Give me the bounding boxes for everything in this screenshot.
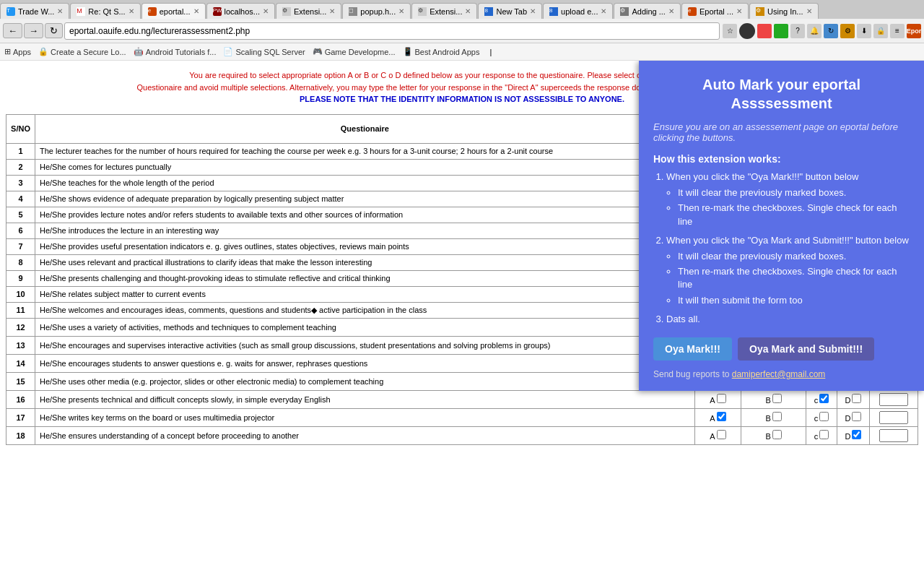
tab-close-trade[interactable]: ✕	[57, 7, 63, 15]
tab-close-pwa[interactable]: ✕	[263, 7, 269, 15]
popup-how-title: How this extension works:	[653, 153, 910, 165]
row-num: 13	[6, 336, 35, 354]
row-a-checkbox[interactable]	[717, 430, 726, 439]
row-question: He/She provides useful presentation indi…	[35, 238, 695, 254]
address-bar[interactable]	[64, 22, 720, 40]
tab-label-trade: Trade W...	[18, 7, 54, 16]
tab-gmail[interactable]: M Re: Qt S... ✕	[70, 3, 140, 19]
sync-icon[interactable]: ↻	[824, 24, 838, 38]
row-c-checkbox[interactable]	[819, 412, 829, 421]
bookmark-secure[interactable]: 🔒 Create a Secure Lo...	[38, 47, 126, 56]
ext-icon[interactable]: ⚙	[840, 24, 855, 38]
popup-step-1: When you click the "Oya Mark!!!" button …	[666, 171, 910, 228]
row-num: 12	[6, 318, 35, 336]
row-question: He/She encourages students to answer que…	[35, 354, 695, 372]
row-question: He/She encourages and supervises interac…	[35, 336, 695, 354]
row-d-checkbox[interactable]	[852, 412, 861, 421]
row-question: He/She uses other media (e.g. projector,…	[35, 372, 695, 390]
secure-icon: 🔒	[38, 47, 48, 56]
tab-close-ext2[interactable]: ✕	[465, 7, 471, 15]
tab-pwa[interactable]: PW localhos... ✕	[206, 3, 276, 19]
download-icon[interactable]: ⬇	[857, 24, 871, 38]
row-a-cell: A	[694, 426, 741, 444]
tab-label-eportal2: Eportal ...	[699, 7, 733, 16]
tab-close-upload[interactable]: ✕	[601, 7, 606, 15]
star-icon[interactable]: ☆	[723, 24, 737, 38]
row-c-checkbox[interactable]	[819, 430, 829, 439]
apps-icon: ⊞	[4, 47, 11, 56]
row-b-checkbox[interactable]	[772, 394, 782, 403]
row-num: 8	[6, 254, 35, 270]
nav-bar: ← → ↻ ☆ ? 🔔 ↻ ⚙ ⬇ 🔒 ≡ Epor	[0, 19, 924, 43]
row-num: 6	[6, 223, 35, 238]
bookmark-sql[interactable]: 📄 Scaling SQL Server	[223, 47, 305, 56]
tab-upload[interactable]: 8 upload e... ✕	[543, 3, 613, 19]
extension-popup: Auto Mark your eportal Assssessment Ensu…	[639, 61, 924, 391]
bookmark-android[interactable]: 🤖 Android Tutorials f...	[134, 47, 217, 56]
help-icon[interactable]: ?	[790, 24, 805, 38]
tab-eportal[interactable]: e eportal... ✕	[141, 3, 206, 19]
bookmark-game[interactable]: 🎮 Game Developme...	[313, 47, 396, 56]
nav-icons: ☆ ? 🔔 ↻ ⚙ ⬇ 🔒 ≡ Epor	[723, 23, 921, 39]
bookmark-apps[interactable]: ⊞ Apps	[4, 47, 31, 56]
forward-button[interactable]: →	[24, 23, 43, 38]
row-a-checkbox[interactable]	[717, 412, 726, 421]
row-b-checkbox[interactable]	[772, 430, 782, 439]
tab-close-popup[interactable]: ✕	[398, 7, 404, 15]
row-question: He/She relates subject matter to current…	[35, 286, 695, 302]
tab-close-eportal[interactable]: ✕	[193, 7, 199, 15]
tab-ext2[interactable]: ⚙ Extensi... ✕	[411, 3, 477, 19]
row-num: 15	[6, 372, 35, 390]
game-label: Game Developme...	[325, 48, 396, 56]
row-d-checkbox[interactable]	[852, 430, 861, 439]
row-c-checkbox[interactable]	[819, 394, 829, 403]
tab-adding[interactable]: ⚙ Adding ... ✕	[614, 3, 680, 19]
tab-close-ext1[interactable]: ✕	[329, 7, 335, 15]
tab-close-gmail[interactable]: ✕	[128, 7, 134, 15]
row-num: 10	[6, 286, 35, 302]
tab-label-new: New Tab	[496, 7, 527, 16]
profile-icon-2[interactable]	[757, 24, 772, 38]
tab-label-popup: popup.h...	[360, 7, 396, 16]
tab-close-new[interactable]: ✕	[530, 7, 536, 15]
bestapps-icon: 📱	[403, 47, 413, 56]
back-button[interactable]: ←	[3, 23, 22, 38]
col-header-question: Questionaire	[35, 114, 695, 143]
bookmark-bestapps[interactable]: 📱 Best Android Apps	[403, 47, 480, 56]
oya-mark-submit-button[interactable]: Oya Mark and Submit!!!	[738, 337, 874, 361]
tab-new[interactable]: 8 New Tab ✕	[478, 3, 542, 19]
popup-step-2: When you click the "Oya Mark and Submit!…	[666, 234, 910, 307]
tab-close-adding[interactable]: ✕	[668, 7, 674, 15]
security-icon[interactable]: 🔒	[873, 24, 888, 38]
tab-favicon-gmail: M	[77, 7, 85, 16]
row-text-input[interactable]	[879, 429, 908, 442]
row-text-input[interactable]	[879, 411, 908, 424]
tab-favicon-trade: T	[6, 7, 15, 16]
popup-footer-text: Send bug reports to	[653, 369, 732, 379]
popup-footer-email[interactable]: damiperfect@gmail.com	[732, 369, 826, 379]
row-d-checkbox[interactable]	[852, 394, 861, 403]
epora-icon[interactable]: Epor	[907, 24, 921, 38]
tab-using[interactable]: ⚙ Using In... ✕	[749, 3, 819, 19]
tab-label-gmail: Re: Qt S...	[88, 7, 125, 16]
tab-close-using[interactable]: ✕	[806, 7, 812, 15]
row-a-checkbox[interactable]	[717, 394, 726, 403]
bell-icon[interactable]: 🔔	[807, 24, 821, 38]
profile-icon-3[interactable]	[774, 24, 788, 38]
popup-step-2-sub-1: It will clear the previously marked boxe…	[678, 250, 910, 263]
tab-favicon-upload: 8	[549, 7, 558, 16]
profile-icon-1[interactable]	[739, 23, 755, 39]
menu-icon[interactable]: ≡	[890, 24, 905, 38]
row-b-checkbox[interactable]	[772, 412, 782, 421]
tab-favicon-new: 8	[484, 7, 493, 16]
oya-mark-button[interactable]: Oya Mark!!!	[653, 337, 732, 361]
row-question: He/She introduces the lecture in an inte…	[35, 223, 695, 238]
tab-eportal2[interactable]: e Eportal ... ✕	[681, 3, 749, 19]
refresh-button[interactable]: ↻	[45, 23, 63, 38]
tab-close-eportal2[interactable]: ✕	[736, 7, 742, 15]
tab-trade[interactable]: T Trade W... ✕	[0, 3, 69, 19]
row-text-input[interactable]	[879, 393, 908, 406]
tab-ext1[interactable]: ⚙ Extensi... ✕	[276, 3, 341, 19]
tab-popup[interactable]: ◻ popup.h... ✕	[342, 3, 411, 19]
tab-favicon-ext2: ⚙	[418, 7, 427, 16]
